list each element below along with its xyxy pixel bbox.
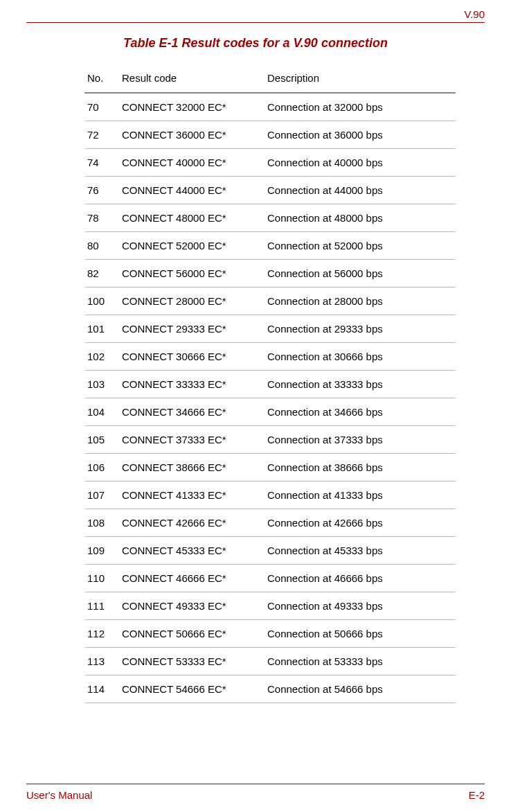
cell-code: CONNECT 45333 EC* (122, 545, 267, 556)
cell-code: CONNECT 29333 EC* (122, 323, 267, 335)
cell-code: CONNECT 42666 EC* (122, 517, 267, 529)
cell-code: CONNECT 54666 EC* (122, 683, 267, 695)
cell-desc: Connection at 50666 bps (267, 628, 456, 639)
table-row: 113CONNECT 53333 EC*Connection at 53333 … (84, 648, 456, 676)
cell-code: CONNECT 40000 EC* (122, 157, 267, 168)
table-row: 110CONNECT 46666 EC*Connection at 46666 … (84, 565, 456, 592)
table-row: 70CONNECT 32000 EC*Connection at 32000 b… (84, 94, 456, 121)
cell-no: 111 (84, 600, 122, 612)
table-row: 107CONNECT 41333 EC*Connection at 41333 … (84, 482, 456, 509)
cell-code: CONNECT 33333 EC* (122, 378, 267, 390)
cell-no: 76 (84, 184, 122, 196)
footer-manual: User's Manual (26, 789, 92, 801)
cell-desc: Connection at 52000 bps (267, 240, 456, 251)
cell-code: CONNECT 30666 EC* (122, 351, 267, 362)
cell-no: 101 (84, 323, 122, 335)
table-header-row: No. Result code Description (84, 64, 456, 94)
cell-no: 74 (84, 157, 122, 168)
col-header-desc: Description (267, 72, 456, 84)
cell-no: 112 (84, 628, 122, 639)
cell-desc: Connection at 38666 bps (267, 461, 456, 473)
table-row: 108CONNECT 42666 EC*Connection at 42666 … (84, 509, 456, 537)
table-row: 109CONNECT 45333 EC*Connection at 45333 … (84, 537, 456, 565)
cell-no: 70 (84, 101, 122, 113)
cell-no: 104 (84, 406, 122, 418)
cell-code: CONNECT 48000 EC* (122, 212, 267, 224)
table-row: 102CONNECT 30666 EC*Connection at 30666 … (84, 343, 456, 371)
cell-code: CONNECT 53333 EC* (122, 655, 267, 667)
table-row: 100CONNECT 28000 EC*Connection at 28000 … (84, 288, 456, 315)
table-row: 103CONNECT 33333 EC*Connection at 33333 … (84, 371, 456, 398)
table-row: 111CONNECT 49333 EC*Connection at 49333 … (84, 592, 456, 620)
cell-no: 102 (84, 351, 122, 362)
table-row: 80CONNECT 52000 EC*Connection at 52000 b… (84, 232, 456, 260)
cell-desc: Connection at 40000 bps (267, 157, 456, 168)
cell-desc: Connection at 53333 bps (267, 655, 456, 667)
cell-desc: Connection at 54666 bps (267, 683, 456, 695)
footer-divider (26, 784, 485, 784)
cell-no: 107 (84, 489, 122, 501)
cell-desc: Connection at 41333 bps (267, 489, 456, 501)
result-codes-table: No. Result code Description 70CONNECT 32… (84, 64, 456, 703)
cell-desc: Connection at 36000 bps (267, 129, 456, 141)
col-header-no: No. (84, 72, 122, 84)
cell-code: CONNECT 52000 EC* (122, 240, 267, 251)
cell-no: 110 (84, 572, 122, 584)
cell-no: 113 (84, 655, 122, 667)
table-row: 72CONNECT 36000 EC*Connection at 36000 b… (84, 121, 456, 149)
cell-desc: Connection at 30666 bps (267, 351, 456, 362)
cell-desc: Connection at 29333 bps (267, 323, 456, 335)
table-row: 106CONNECT 38666 EC*Connection at 38666 … (84, 454, 456, 482)
cell-code: CONNECT 37333 EC* (122, 434, 267, 445)
table-row: 101CONNECT 29333 EC*Connection at 29333 … (84, 315, 456, 343)
table-row: 104CONNECT 34666 EC*Connection at 34666 … (84, 398, 456, 426)
cell-no: 109 (84, 545, 122, 556)
cell-desc: Connection at 45333 bps (267, 545, 456, 556)
cell-no: 108 (84, 517, 122, 529)
cell-desc: Connection at 33333 bps (267, 378, 456, 390)
cell-desc: Connection at 42666 bps (267, 517, 456, 529)
cell-no: 103 (84, 378, 122, 390)
table-row: 112CONNECT 50666 EC*Connection at 50666 … (84, 620, 456, 648)
cell-desc: Connection at 44000 bps (267, 184, 456, 196)
table-row: 105CONNECT 37333 EC*Connection at 37333 … (84, 426, 456, 454)
cell-code: CONNECT 34666 EC* (122, 406, 267, 418)
cell-no: 72 (84, 129, 122, 141)
table-row: 78CONNECT 48000 EC*Connection at 48000 b… (84, 204, 456, 232)
col-header-code: Result code (122, 72, 267, 84)
cell-code: CONNECT 46666 EC* (122, 572, 267, 584)
cell-desc: Connection at 48000 bps (267, 212, 456, 224)
cell-code: CONNECT 56000 EC* (122, 267, 267, 279)
table-row: 76CONNECT 44000 EC*Connection at 44000 b… (84, 177, 456, 204)
cell-no: 106 (84, 461, 122, 473)
cell-desc: Connection at 37333 bps (267, 434, 456, 445)
cell-no: 78 (84, 212, 122, 224)
footer-page-number: E-2 (469, 789, 485, 801)
cell-code: CONNECT 38666 EC* (122, 461, 267, 473)
page: V.90 Table E-1 Result codes for a V.90 c… (0, 0, 511, 812)
cell-code: CONNECT 28000 EC* (122, 295, 267, 307)
cell-desc: Connection at 56000 bps (267, 267, 456, 279)
cell-desc: Connection at 46666 bps (267, 572, 456, 584)
header-divider (26, 22, 485, 23)
cell-no: 80 (84, 240, 122, 251)
cell-no: 114 (84, 683, 122, 695)
cell-desc: Connection at 32000 bps (267, 101, 456, 113)
cell-no: 100 (84, 295, 122, 307)
cell-no: 105 (84, 434, 122, 445)
cell-desc: Connection at 34666 bps (267, 406, 456, 418)
cell-code: CONNECT 44000 EC* (122, 184, 267, 196)
cell-desc: Connection at 28000 bps (267, 295, 456, 307)
cell-code: CONNECT 36000 EC* (122, 129, 267, 141)
header-section: V.90 (465, 8, 485, 20)
table-row: 74CONNECT 40000 EC*Connection at 40000 b… (84, 149, 456, 177)
table-title: Table E-1 Result codes for a V.90 connec… (0, 36, 511, 51)
cell-code: CONNECT 41333 EC* (122, 489, 267, 501)
cell-code: CONNECT 32000 EC* (122, 101, 267, 113)
table-row: 82CONNECT 56000 EC*Connection at 56000 b… (84, 260, 456, 288)
cell-code: CONNECT 49333 EC* (122, 600, 267, 612)
cell-code: CONNECT 50666 EC* (122, 628, 267, 639)
table-row: 114CONNECT 54666 EC*Connection at 54666 … (84, 676, 456, 703)
cell-no: 82 (84, 267, 122, 279)
cell-desc: Connection at 49333 bps (267, 600, 456, 612)
